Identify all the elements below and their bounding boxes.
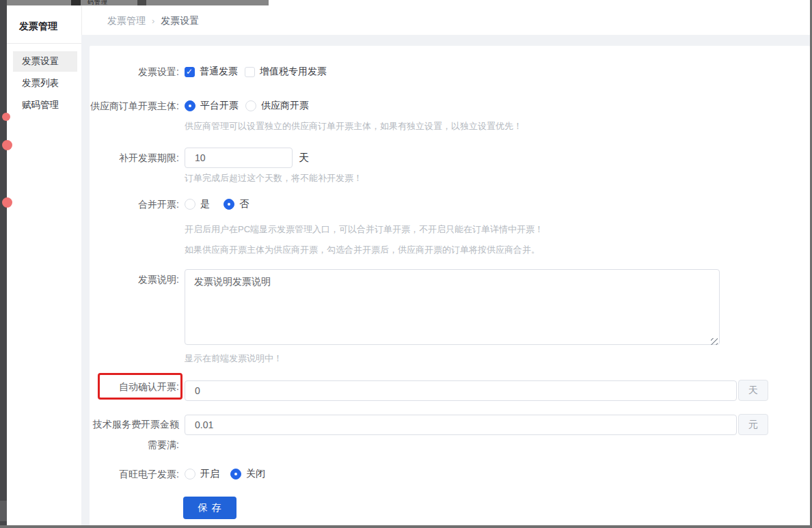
radio-merge-no[interactable]	[224, 199, 234, 210]
top-strip-dark-segment	[137, 0, 146, 5]
cropped-left-window-strip	[0, 0, 7, 528]
helper-reissue-days: 订单完成后超过这个天数，将不能补开发票！	[185, 172, 810, 184]
auto-confirm-days-input[interactable]	[185, 380, 737, 401]
sidebar: 发票管理 发票设置 发票列表 赋码管理	[7, 5, 81, 525]
form-row-invoice-note: 发票说明: 发票说明发票说明	[90, 269, 810, 347]
radio-label-merge-no[interactable]: 否	[239, 198, 249, 210]
breadcrumb-bar: 发票管理›发票设置	[81, 5, 810, 35]
form-row-auto-confirm: 自动确认开票: 天	[90, 373, 810, 400]
radio-dot-icon	[228, 203, 230, 206]
field-label: 发票设置:	[90, 66, 179, 78]
radio-baiwang-on[interactable]	[185, 469, 195, 480]
radio-label-baiwang-on[interactable]: 开启	[200, 468, 219, 480]
radio-label-baiwang-off[interactable]: 关闭	[246, 468, 265, 480]
top-strip-text-fragment: 码管理	[87, 0, 108, 5]
form-row-merge-invoice: 合并开票: 是 否	[90, 198, 810, 210]
sidebar-item-invoice-list[interactable]: 发票列表	[13, 73, 77, 94]
unit-label-days: 天	[299, 152, 309, 165]
radio-platform-invoicing[interactable]	[185, 100, 195, 111]
save-button[interactable]: 保 存	[183, 497, 236, 519]
textarea-resize-grip-icon[interactable]	[711, 338, 718, 345]
radio-merge-yes[interactable]	[185, 199, 195, 210]
radio-supplier-invoicing[interactable]	[245, 100, 256, 111]
field-label-tech-fee: 技术服务费开票金额 需要满:	[90, 414, 179, 455]
field-label-line2: 需要满:	[90, 434, 179, 455]
checkbox-general-invoice[interactable]: ✓	[185, 67, 195, 77]
field-label-line1: 技术服务费开票金额	[90, 414, 179, 434]
sidebar-title: 发票管理	[7, 5, 81, 33]
sidebar-item-code-management[interactable]: 赋码管理	[13, 95, 77, 115]
breadcrumb-item-invoice-management[interactable]: 发票管理	[107, 15, 146, 26]
checkbox-label-general-invoice[interactable]: 普通发票	[200, 66, 238, 78]
radio-label-platform-invoicing[interactable]: 平台开票	[200, 100, 239, 112]
form-row-tech-fee: 技术服务费开票金额 需要满: 元	[90, 414, 810, 448]
helper-invoice-note: 显示在前端发票说明中！	[185, 352, 810, 364]
breadcrumb-separator-icon: ›	[152, 16, 154, 26]
screenshot-bottom-border	[0, 525, 812, 528]
form-row-reissue-days: 补开发票期限: 天	[90, 148, 810, 168]
unit-append-days: 天	[738, 380, 768, 401]
field-label: 补开发票期限:	[90, 152, 179, 164]
radio-label-merge-yes[interactable]: 是	[200, 198, 210, 210]
field-label: 合并开票:	[90, 198, 179, 210]
tech-fee-amount-input[interactable]	[185, 415, 737, 435]
check-icon: ✓	[186, 67, 193, 77]
left-strip-light-segment	[0, 501, 7, 521]
notification-badge-dot	[2, 197, 12, 208]
form-row-baiwang: 百旺电子发票: 开启 关闭	[90, 468, 810, 480]
invoice-note-textarea[interactable]: 发票说明发票说明	[185, 269, 720, 345]
helper-supplier-subject: 供应商管理可以设置独立的供应商订单开票主体，如果有独立设置，以独立设置优先！	[185, 120, 810, 132]
radio-dot-icon	[234, 473, 237, 475]
radio-label-supplier-invoicing[interactable]: 供应商开票	[261, 100, 309, 112]
content-panel: 发票设置: ✓ 普通发票 增值税专用发票 供应商订单开票主体: 平台开票 供应商…	[90, 46, 810, 526]
top-strip-dark-segment	[71, 0, 81, 5]
radio-dot-icon	[189, 105, 191, 107]
helper-merge-invoice-1: 开启后用户在PC端显示发票管理入口，可以合并订单开票，不开启只能在订单详情中开票…	[185, 223, 810, 235]
field-label-auto-confirm: 自动确认开票:	[90, 373, 179, 393]
reissue-days-input[interactable]	[185, 148, 293, 168]
radio-baiwang-off[interactable]	[230, 469, 241, 480]
sidebar-menu: 发票设置 发票列表 赋码管理	[7, 44, 81, 115]
unit-append-yuan: 元	[738, 414, 768, 435]
field-label: 供应商订单开票主体:	[90, 100, 179, 112]
sidebar-item-invoice-settings[interactable]: 发票设置	[13, 51, 77, 72]
breadcrumb-item-invoice-settings: 发票设置	[161, 15, 199, 26]
notification-badge-dot	[2, 140, 12, 150]
form-row-supplier-subject: 供应商订单开票主体: 平台开票 供应商开票	[90, 100, 810, 112]
invoice-settings-form: 发票设置: ✓ 普通发票 增值税专用发票 供应商订单开票主体: 平台开票 供应商…	[90, 46, 810, 519]
field-label: 发票说明:	[90, 269, 179, 286]
checkbox-label-vat-special-invoice[interactable]: 增值税专用发票	[260, 66, 327, 78]
helper-merge-invoice-2: 如果供应商开票主体为供应商开票，勾选合并开票后，供应商开票的订单将按供应商合并。	[185, 244, 810, 255]
checkbox-vat-special-invoice[interactable]	[245, 67, 255, 77]
breadcrumb: 发票管理›发票设置	[82, 5, 810, 27]
notification-badge-dot	[2, 113, 10, 121]
cropped-top-window-strip: 码管理	[0, 0, 269, 5]
field-label: 百旺电子发票:	[90, 468, 179, 480]
form-row-invoice-type: 发票设置: ✓ 普通发票 增值税专用发票	[90, 66, 810, 78]
